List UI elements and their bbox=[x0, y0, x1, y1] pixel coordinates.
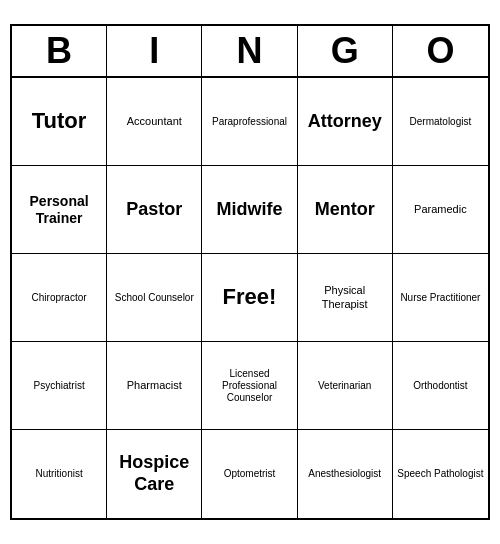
cell-label: Dermatologist bbox=[410, 116, 472, 128]
cell-label: Nutritionist bbox=[35, 468, 82, 480]
bingo-cell: Nutritionist bbox=[12, 430, 107, 518]
bingo-cell: Optometrist bbox=[202, 430, 297, 518]
bingo-grid: TutorAccountantParaprofessionalAttorneyD… bbox=[12, 78, 488, 518]
bingo-cell: Mentor bbox=[298, 166, 393, 254]
cell-label: Free! bbox=[223, 284, 277, 310]
bingo-letter: B bbox=[12, 26, 107, 76]
bingo-letter: N bbox=[202, 26, 297, 76]
cell-label: Personal Trainer bbox=[16, 193, 102, 227]
bingo-cell: Free! bbox=[202, 254, 297, 342]
cell-label: Psychiatrist bbox=[34, 380, 85, 392]
bingo-cell: Tutor bbox=[12, 78, 107, 166]
cell-label: Paramedic bbox=[414, 203, 467, 216]
cell-label: Tutor bbox=[32, 108, 87, 134]
cell-label: Physical Therapist bbox=[302, 284, 388, 310]
cell-label: Hospice Care bbox=[111, 452, 197, 495]
cell-label: Speech Pathologist bbox=[397, 468, 483, 480]
cell-label: Pharmacist bbox=[127, 379, 182, 392]
bingo-cell: Licensed Professional Counselor bbox=[202, 342, 297, 430]
bingo-cell: Hospice Care bbox=[107, 430, 202, 518]
bingo-cell: Paramedic bbox=[393, 166, 488, 254]
cell-label: Anesthesiologist bbox=[308, 468, 381, 480]
bingo-card: BINGO TutorAccountantParaprofessionalAtt… bbox=[10, 24, 490, 520]
bingo-cell: Orthodontist bbox=[393, 342, 488, 430]
cell-label: Orthodontist bbox=[413, 380, 467, 392]
bingo-letter: G bbox=[298, 26, 393, 76]
bingo-cell: Accountant bbox=[107, 78, 202, 166]
bingo-cell: School Counselor bbox=[107, 254, 202, 342]
bingo-cell: Attorney bbox=[298, 78, 393, 166]
cell-label: Veterinarian bbox=[318, 380, 371, 392]
bingo-cell: Pharmacist bbox=[107, 342, 202, 430]
bingo-cell: Physical Therapist bbox=[298, 254, 393, 342]
cell-label: Midwife bbox=[216, 199, 282, 221]
bingo-cell: Veterinarian bbox=[298, 342, 393, 430]
cell-label: Optometrist bbox=[224, 468, 276, 480]
cell-label: Chiropractor bbox=[32, 292, 87, 304]
bingo-letter: I bbox=[107, 26, 202, 76]
cell-label: Mentor bbox=[315, 199, 375, 221]
cell-label: Accountant bbox=[127, 115, 182, 128]
bingo-cell: Dermatologist bbox=[393, 78, 488, 166]
bingo-letter: O bbox=[393, 26, 488, 76]
bingo-cell: Nurse Practitioner bbox=[393, 254, 488, 342]
bingo-cell: Personal Trainer bbox=[12, 166, 107, 254]
bingo-cell: Anesthesiologist bbox=[298, 430, 393, 518]
bingo-cell: Chiropractor bbox=[12, 254, 107, 342]
bingo-cell: Speech Pathologist bbox=[393, 430, 488, 518]
cell-label: Pastor bbox=[126, 199, 182, 221]
bingo-cell: Pastor bbox=[107, 166, 202, 254]
bingo-cell: Midwife bbox=[202, 166, 297, 254]
bingo-cell: Psychiatrist bbox=[12, 342, 107, 430]
cell-label: Attorney bbox=[308, 111, 382, 133]
bingo-header: BINGO bbox=[12, 26, 488, 78]
cell-label: Paraprofessional bbox=[212, 116, 287, 128]
cell-label: Nurse Practitioner bbox=[400, 292, 480, 304]
cell-label: School Counselor bbox=[115, 292, 194, 304]
bingo-cell: Paraprofessional bbox=[202, 78, 297, 166]
cell-label: Licensed Professional Counselor bbox=[206, 368, 292, 404]
